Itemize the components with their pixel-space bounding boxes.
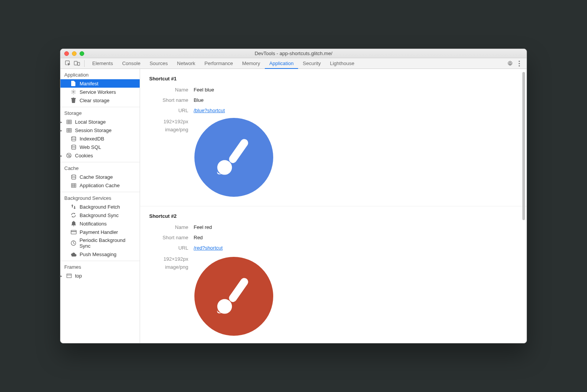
more-icon[interactable] [515,59,523,68]
icon-mime: image/png [149,126,188,134]
svg-rect-18 [71,230,76,234]
sidebar-item-indexeddb[interactable]: IndexedDB [60,134,140,143]
label-url: URL [149,108,194,113]
value-name: Feel blue [194,87,214,93]
tab-memory[interactable]: Memory [238,58,265,69]
traffic-lights [64,51,84,56]
sidebar-item-clear-storage[interactable]: Clear storage [60,96,140,105]
value-url-link[interactable]: /red?shortcut [194,245,223,251]
close-window-button[interactable] [64,51,69,56]
database-icon [70,144,77,150]
label-short-name: Short name [149,97,194,103]
svg-point-5 [519,65,520,66]
sidebar-item-session-storage[interactable]: ▸ Session Storage [60,126,140,134]
svg-rect-20 [67,274,71,278]
sidebar-item-label: Payment Handler [80,229,118,235]
gear-icon [70,89,77,95]
shortcut-icon-preview [194,118,273,197]
scrollbar[interactable] [522,71,526,341]
label-name: Name [149,224,194,230]
inspect-icon[interactable] [64,59,72,68]
sidebar-item-websql[interactable]: Web SQL [60,143,140,151]
tab-application[interactable]: Application [265,58,298,69]
tabstrip: Elements Console Sources Network Perform… [60,58,527,69]
sidebar-item-background-sync[interactable]: Background Sync [60,211,140,219]
sidebar-item-cache-storage[interactable]: Cache Storage [60,173,140,181]
sidebar-item-manifest[interactable]: Manifest [60,79,140,88]
svg-point-9 [72,136,76,138]
settings-icon[interactable] [506,59,514,68]
svg-rect-17 [71,183,76,187]
sidebar-item-application-cache[interactable]: Application Cache [60,181,140,189]
tab-lighthouse[interactable]: Lighthouse [325,58,359,69]
sidebar-item-notifications[interactable]: Notifications [60,219,140,228]
sidebar-item-payment-handler[interactable]: Payment Handler [60,228,140,236]
brush-icon [211,273,257,319]
group-storage: Storage [60,107,140,118]
sidebar-item-cookies[interactable]: ▸ Cookies [60,151,140,160]
svg-point-15 [70,156,70,157]
frame-icon [66,273,72,279]
tab-security[interactable]: Security [298,58,325,69]
grid-icon [70,182,77,188]
shortcut-title: Shortcut #1 [149,76,523,82]
sidebar-item-periodic-sync[interactable]: Periodic Background Sync [60,236,140,250]
svg-point-13 [69,155,70,155]
group-frames: Frames [60,261,140,271]
sidebar-item-local-storage[interactable]: ▸ Local Storage [60,118,140,126]
value-name: Feel red [194,224,212,230]
grid-icon [66,127,72,133]
svg-rect-7 [67,120,71,124]
zoom-window-button[interactable] [80,51,84,56]
tab-elements[interactable]: Elements [88,58,117,69]
icon-size: 192×192px [149,118,188,126]
svg-point-4 [519,63,520,64]
tab-performance[interactable]: Performance [200,58,237,69]
sidebar-item-label: Web SQL [80,144,101,150]
divider [84,60,85,67]
chevron-right-icon: ▸ [60,119,63,125]
svg-point-6 [73,91,74,93]
sidebar-item-label: Clear storage [80,98,109,103]
sidebar-item-label: Service Workers [80,89,116,95]
titlebar: DevTools - app-shortcuts.glitch.me/ [60,49,527,58]
value-short-name: Red [194,235,203,240]
sidebar-item-label: Local Storage [75,119,106,125]
bell-icon [70,220,77,227]
trash-icon [70,97,77,103]
svg-point-12 [68,154,68,155]
sidebar-item-background-fetch[interactable]: Background Fetch [60,203,140,211]
device-toggle-icon[interactable] [73,59,81,68]
clock-icon [70,240,77,246]
sync-icon [70,212,77,218]
svg-point-10 [72,145,76,146]
shortcut-block: Shortcut #2 Name Feel red Short name Red… [140,206,527,343]
svg-rect-23 [227,276,249,304]
cloud-icon [70,251,77,257]
card-icon [70,229,77,235]
svg-point-16 [72,175,76,176]
application-sidebar: Application Manifest Service Workers Cle… [60,69,140,343]
svg-point-22 [217,160,232,175]
sidebar-item-push-messaging[interactable]: Push Messaging [60,250,140,258]
group-background-services: Background Services [60,192,140,203]
tab-console[interactable]: Console [117,58,145,69]
sidebar-item-label: Background Sync [80,212,119,218]
sidebar-item-label: Manifest [80,81,98,87]
value-url-link[interactable]: /blue?shortcut [194,108,225,113]
tab-sources[interactable]: Sources [145,58,173,69]
cookie-icon [66,152,72,158]
svg-rect-21 [227,137,249,165]
label-short-name: Short name [149,235,194,240]
chevron-right-icon: ▸ [60,153,63,158]
sidebar-item-label: Application Cache [80,183,120,188]
minimize-window-button[interactable] [72,51,77,56]
tab-network[interactable]: Network [173,58,200,69]
database-icon [70,136,77,142]
label-url: URL [149,245,194,251]
value-short-name: Blue [194,97,204,103]
shortcut-icon-preview [194,257,273,336]
label-name: Name [149,87,194,93]
sidebar-item-service-workers[interactable]: Service Workers [60,88,140,96]
sidebar-item-top-frame[interactable]: ▸ top [60,271,140,280]
